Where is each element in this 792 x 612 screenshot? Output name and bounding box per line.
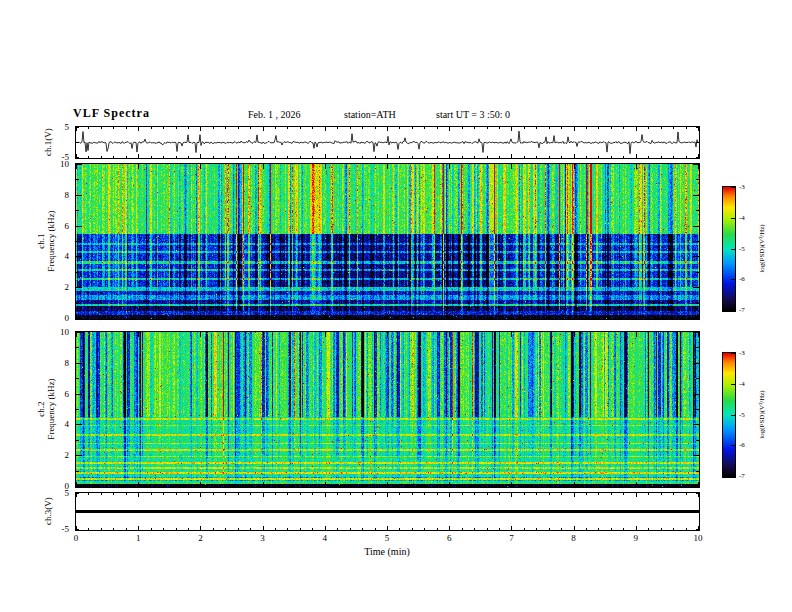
x-tick-label: 8 [566, 533, 582, 543]
x-tick-label: 1 [130, 533, 146, 543]
colorbar-tick-label: -4 [739, 380, 755, 388]
ch2-spectrogram-canvas [76, 332, 699, 487]
ch3-waveform-canvas [76, 493, 699, 530]
colorbar-1 [722, 186, 736, 312]
colorbar-2-label: log(PSD)(V²/Hz) [758, 360, 767, 470]
colorbar-1-canvas [723, 187, 735, 311]
y-tick-label: 4 [47, 419, 69, 429]
vlf-spectra-figure: VLF Spectra Feb. 1 , 2026 station=ATH st… [0, 0, 792, 612]
ch3-waveform-panel [75, 492, 700, 531]
y-tick-label: 5 [47, 122, 69, 132]
x-tick-label: 10 [690, 533, 706, 543]
colorbar-2-canvas [723, 353, 735, 477]
x-tick-label: 7 [503, 533, 519, 543]
y-tick-label: 4 [47, 251, 69, 261]
y-tick-label: 10 [47, 327, 69, 337]
y-tick-label: 8 [47, 358, 69, 368]
y-tick-label: 6 [47, 221, 69, 231]
colorbar-tick-label: -7 [739, 472, 755, 480]
station-label: station=ATH [344, 109, 396, 120]
x-tick-label: 4 [317, 533, 333, 543]
x-tick-label: 2 [192, 533, 208, 543]
colorbar-tick-label: -3 [739, 183, 755, 191]
y-tick-label: 5 [47, 488, 69, 498]
colorbar-2 [722, 352, 736, 478]
colorbar-tick-label: -4 [739, 214, 755, 222]
y-tick-label: 6 [47, 389, 69, 399]
ch1-waveform-panel [75, 126, 700, 159]
x-axis-label: Time (min) [337, 546, 437, 557]
y-tick-label: 2 [47, 282, 69, 292]
date-label: Feb. 1 , 2026 [248, 109, 301, 120]
colorbar-tick-label: -6 [739, 441, 755, 449]
x-tick-label: 0 [68, 533, 84, 543]
ch1-waveform-canvas [76, 127, 699, 158]
x-tick-label: 6 [441, 533, 457, 543]
y-tick-label: -5 [47, 524, 69, 534]
x-tick-label: 5 [379, 533, 395, 543]
y-tick-label: 2 [47, 450, 69, 460]
colorbar-1-label: log(PSD)(V²/Hz) [758, 194, 767, 304]
figure-title: VLF Spectra [73, 106, 150, 121]
start-ut-label: start UT = 3 :50: 0 [436, 109, 510, 120]
colorbar-tick-label: -5 [739, 411, 755, 419]
colorbar-tick-label: -6 [739, 275, 755, 283]
ch1-spectrogram-canvas [76, 164, 699, 319]
y-tick-label: 0 [47, 313, 69, 323]
x-tick-label: 3 [255, 533, 271, 543]
y-tick-label: 10 [47, 159, 69, 169]
colorbar-tick-label: -5 [739, 245, 755, 253]
ch2-spectrogram-panel [75, 331, 700, 488]
ch1-spectrogram-panel [75, 163, 700, 320]
colorbar-tick-label: -7 [739, 306, 755, 314]
x-tick-label: 9 [628, 533, 644, 543]
colorbar-tick-label: -3 [739, 349, 755, 357]
y-tick-label: 8 [47, 190, 69, 200]
